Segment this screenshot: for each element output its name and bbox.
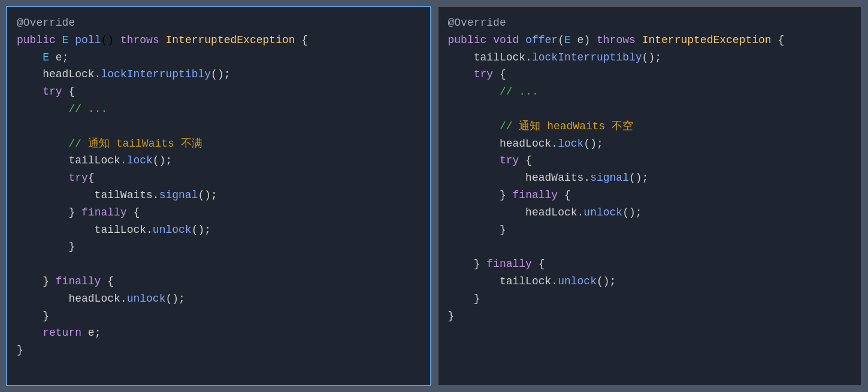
code-line [17, 256, 421, 273]
code-line: } [448, 221, 852, 239]
code-line: try { [448, 152, 852, 169]
right-code-panel: @Override public void offer(E e) throws … [437, 6, 863, 386]
code-line: } finally { [17, 273, 421, 290]
code-line: try{ [17, 169, 421, 187]
code-line: headLock.lock(); [448, 135, 852, 153]
code-line: public void offer(E e) throws Interrupte… [448, 32, 852, 49]
code-line: } [17, 238, 421, 256]
code-line: tailLock.lockInterruptibly(); [448, 49, 852, 66]
code-line: try { [17, 83, 421, 101]
code-line: @Override [448, 14, 852, 32]
code-line: @Override [17, 14, 421, 32]
code-line: headLock.unlock(); [448, 204, 852, 221]
code-line: } finally { [17, 204, 421, 221]
code-line: } [17, 308, 421, 325]
code-line: } finally { [448, 256, 852, 273]
code-line: } [448, 290, 852, 308]
code-line: headLock.lockInterruptibly(); [17, 66, 421, 83]
code-line: } [17, 342, 421, 359]
code-line: try { [448, 66, 852, 83]
code-line: } finally { [448, 187, 852, 204]
code-line: // ... [17, 101, 421, 118]
code-line: E e; [17, 49, 421, 66]
code-line: // ... [448, 83, 852, 101]
code-line: tailLock.lock(); [17, 152, 421, 169]
left-code-panel: @Override public E poll() throws Interru… [6, 6, 431, 386]
code-line: } [448, 308, 852, 325]
code-line: headWaits.signal(); [448, 169, 852, 187]
code-line: tailLock.unlock(); [17, 221, 421, 239]
panels-container: @Override public E poll() throws Interru… [0, 0, 868, 392]
code-line: headLock.unlock(); [17, 290, 421, 308]
code-line: public E poll() throws InterruptedExcept… [17, 32, 421, 49]
code-line [448, 238, 852, 256]
code-line: tailWaits.signal(); [17, 187, 421, 204]
code-line: // 通知 tailWaits 不满 [17, 135, 421, 153]
code-line [448, 101, 852, 118]
code-line: tailLock.unlock(); [448, 273, 852, 290]
code-line: return e; [17, 324, 421, 342]
code-line: // 通知 headWaits 不空 [448, 118, 852, 135]
code-line [17, 118, 421, 135]
